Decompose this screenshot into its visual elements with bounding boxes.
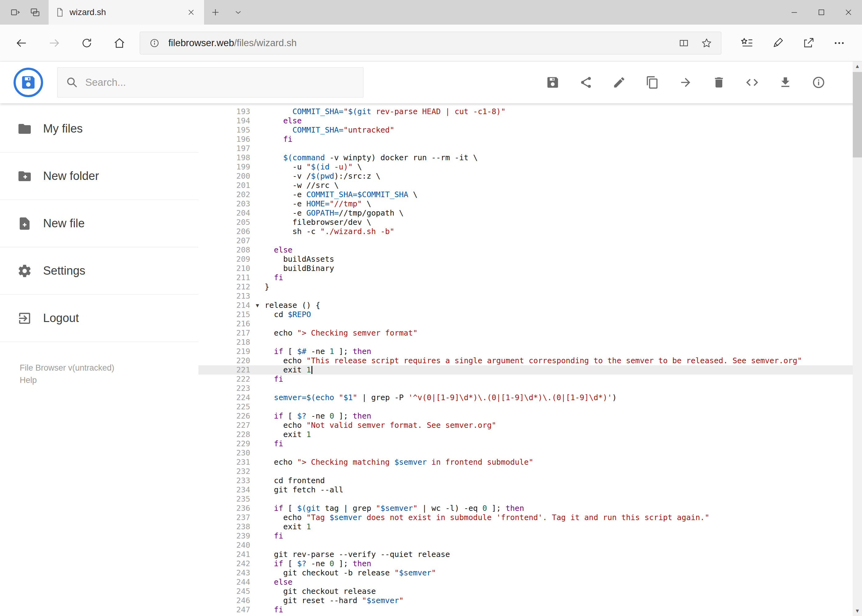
code-line-211[interactable]: 211 fi — [199, 273, 862, 282]
sidebar-item-logout[interactable]: Logout — [0, 295, 199, 342]
help-link[interactable]: Help — [20, 374, 199, 386]
reading-view-icon[interactable] — [675, 34, 693, 52]
browser-tab[interactable]: wizard.sh — [49, 0, 204, 25]
more-options-icon[interactable] — [829, 29, 850, 57]
search-input[interactable] — [85, 77, 355, 88]
code-line-246[interactable]: 246 git reset --hard "$semver" — [199, 596, 862, 605]
code-line-197[interactable]: 197 — [199, 144, 862, 153]
forward-button[interactable] — [39, 29, 69, 57]
back-button[interactable] — [6, 29, 37, 57]
code-editor[interactable]: 193 COMMIT_SHA="$(git rev-parse HEAD | c… — [199, 103, 862, 616]
code-line-201[interactable]: 201 -w //src \ — [199, 181, 862, 190]
address-bar[interactable]: filebrowser.web/files/wizard.sh — [140, 32, 721, 55]
site-info-icon[interactable] — [145, 34, 164, 52]
code-line-203[interactable]: 203 -e HOME="//tmp" \ — [199, 199, 862, 209]
code-line-216[interactable]: 216 — [199, 319, 862, 328]
maximize-button[interactable] — [808, 0, 835, 25]
rename-pencil-icon[interactable] — [612, 75, 626, 90]
code-line-212[interactable]: 212} — [199, 282, 862, 292]
code-line-199[interactable]: 199 -u "$(id -u)" \ — [199, 162, 862, 171]
code-line-229[interactable]: 229 fi — [199, 439, 862, 448]
code-line-209[interactable]: 209 buildAssets — [199, 255, 862, 264]
share-file-icon[interactable] — [579, 75, 593, 90]
save-button[interactable] — [546, 75, 560, 90]
url-text[interactable]: filebrowser.web/files/wizard.sh — [168, 38, 670, 49]
code-line-235[interactable]: 235 — [199, 495, 862, 504]
code-line-224[interactable]: 224 semver=$(echo "$1" | grep -P '^v(0|[… — [199, 393, 862, 402]
code-line-215[interactable]: 215 cd $REPO — [199, 310, 862, 319]
search-bar[interactable] — [57, 68, 364, 97]
code-line-233[interactable]: 233 cd frontend — [199, 476, 862, 485]
home-button[interactable] — [104, 29, 135, 57]
sidebar-item-new-file[interactable]: New file — [0, 200, 199, 247]
code-line-205[interactable]: 205 filebrowser/dev \ — [199, 218, 862, 227]
favorite-star-icon[interactable] — [698, 34, 715, 52]
code-line-213[interactable]: 213 — [199, 292, 862, 301]
code-line-237[interactable]: 237 echo "Tag $semver does not exist in … — [199, 513, 862, 522]
fold-marker-icon[interactable]: ▾ — [250, 301, 265, 310]
code-line-223[interactable]: 223 — [199, 384, 862, 393]
code-line-245[interactable]: 245 git checkout release — [199, 587, 862, 596]
code-line-206[interactable]: 206 sh -c "./wizard.sh -b" — [199, 227, 862, 236]
info-icon[interactable] — [812, 75, 826, 90]
tab-close-icon[interactable] — [184, 6, 198, 19]
tab-list-chevron-icon[interactable] — [227, 0, 250, 25]
code-line-231[interactable]: 231 echo "> Checking matching $semver in… — [199, 457, 862, 467]
code-line-207[interactable]: 207 — [199, 236, 862, 245]
code-line-200[interactable]: 200 -v /$(pwd):/src:z \ — [199, 171, 862, 181]
code-line-219[interactable]: 219 if [ $# -ne 1 ]; then — [199, 347, 862, 356]
code-line-196[interactable]: 196 fi — [199, 135, 862, 144]
code-line-208[interactable]: 208 else — [199, 245, 862, 255]
code-line-243[interactable]: 243 git checkout -b release "$semver" — [199, 568, 862, 578]
web-note-pen-icon[interactable] — [767, 29, 788, 57]
share-icon[interactable] — [798, 29, 819, 57]
sidebar-item-my-files[interactable]: My files — [0, 105, 199, 152]
code-line-238[interactable]: 238 exit 1 — [199, 522, 862, 531]
set-tabs-aside-icon[interactable] — [6, 0, 25, 25]
code-line-239[interactable]: 239 fi — [199, 531, 862, 541]
scroll-up-arrow-icon[interactable]: ▲ — [853, 61, 862, 71]
refresh-button[interactable] — [71, 29, 102, 57]
code-line-241[interactable]: 241 git rev-parse --verify --quiet relea… — [199, 550, 862, 559]
tabs-preview-icon[interactable] — [25, 0, 45, 25]
code-line-222[interactable]: 222 fi — [199, 375, 862, 384]
code-line-214[interactable]: 214▾release () { — [199, 301, 862, 310]
copy-icon[interactable] — [645, 75, 660, 90]
code-line-195[interactable]: 195 COMMIT_SHA="untracked" — [199, 126, 862, 135]
code-line-204[interactable]: 204 -e GOPATH=//tmp/gopath \ — [199, 209, 862, 218]
code-line-228[interactable]: 228 exit 1 — [199, 430, 862, 439]
code-line-225[interactable]: 225 — [199, 402, 862, 412]
code-editor-icon[interactable] — [745, 75, 759, 90]
code-line-236[interactable]: 236 if [ $(git tag | grep "$semver" | wc… — [199, 504, 862, 513]
code-line-227[interactable]: 227 echo "Not valid semver format. See s… — [199, 421, 862, 430]
delete-trash-icon[interactable] — [712, 75, 726, 90]
code-line-226[interactable]: 226 if [ $? -ne 0 ]; then — [199, 412, 862, 421]
code-line-242[interactable]: 242 if [ $? -ne 0 ]; then — [199, 559, 862, 568]
code-line-230[interactable]: 230 — [199, 448, 862, 457]
sidebar-item-new-folder[interactable]: New folder — [0, 152, 199, 200]
code-line-210[interactable]: 210 buildBinary — [199, 264, 862, 273]
scrollbar-thumb[interactable] — [853, 72, 862, 157]
code-line-202[interactable]: 202 -e COMMIT_SHA=$COMMIT_SHA \ — [199, 190, 862, 199]
code-line-220[interactable]: 220 echo "This release script requires a… — [199, 356, 862, 365]
code-line-217[interactable]: 217 echo "> Checking semver format" — [199, 328, 862, 338]
minimize-button[interactable] — [781, 0, 808, 25]
code-line-198[interactable]: 198 $(command -v winpty) docker run --rm… — [199, 153, 862, 162]
favorites-hub-icon[interactable] — [736, 29, 758, 57]
move-forward-icon[interactable] — [679, 75, 693, 90]
vertical-scrollbar[interactable]: ▲ ▼ — [853, 61, 862, 616]
code-line-232[interactable]: 232 — [199, 467, 862, 476]
download-icon[interactable] — [778, 75, 793, 90]
filebrowser-logo[interactable] — [14, 68, 43, 97]
code-line-240[interactable]: 240 — [199, 541, 862, 550]
code-line-194[interactable]: 194 else — [199, 116, 862, 126]
sidebar-item-settings[interactable]: Settings — [0, 247, 199, 295]
close-button[interactable] — [835, 0, 862, 25]
code-line-234[interactable]: 234 git fetch --all — [199, 485, 862, 495]
scroll-down-arrow-icon[interactable]: ▼ — [853, 606, 862, 616]
new-tab-button[interactable] — [204, 0, 227, 25]
code-line-193[interactable]: 193 COMMIT_SHA="$(git rev-parse HEAD | c… — [199, 107, 862, 116]
code-line-221[interactable]: 221 exit 1 — [199, 365, 862, 375]
code-line-218[interactable]: 218 — [199, 338, 862, 347]
code-line-244[interactable]: 244 else — [199, 578, 862, 587]
